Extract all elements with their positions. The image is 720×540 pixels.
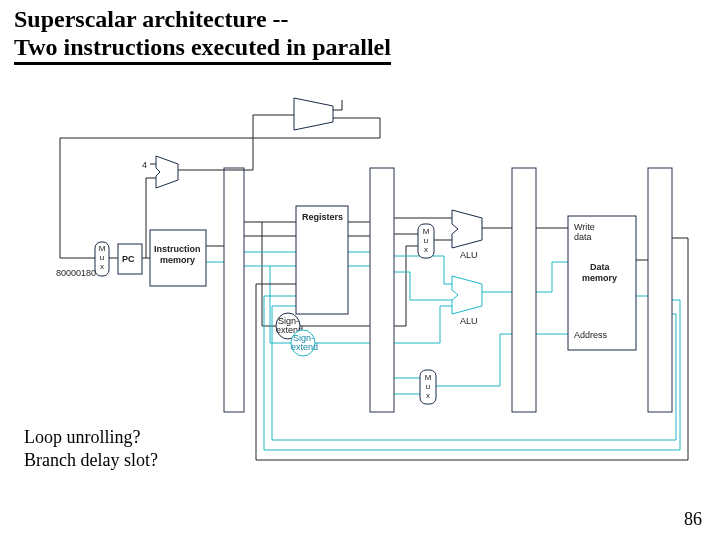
svg-text:M: M	[99, 244, 106, 253]
svg-text:memory: memory	[160, 255, 195, 265]
branch-target-mux	[294, 98, 333, 130]
sign-extend-2: Sign- extend	[291, 330, 318, 356]
svg-text:ALU: ALU	[460, 250, 478, 260]
svg-marker-7	[294, 98, 333, 130]
datapath-diagram: M u x 80000180 PC 4 Instruction memory R…	[0, 0, 720, 540]
svg-text:ALU: ALU	[460, 316, 478, 326]
svg-text:M: M	[423, 227, 430, 236]
pc-input-mux: M u x	[95, 242, 109, 276]
svg-text:u: u	[100, 253, 104, 262]
svg-text:PC: PC	[122, 254, 135, 264]
svg-text:u: u	[424, 236, 428, 245]
pipe-reg-memwb	[648, 168, 672, 412]
const-4: 4	[142, 160, 147, 170]
svg-text:x: x	[426, 391, 430, 400]
alu-2: ALU	[452, 276, 482, 326]
pipe-reg-idex	[370, 168, 394, 412]
svg-marker-23	[452, 210, 482, 248]
svg-text:x: x	[100, 262, 104, 271]
const-80000180: 80000180	[56, 268, 96, 278]
register-file: Registers	[296, 206, 348, 314]
svg-text:Instruction: Instruction	[154, 244, 201, 254]
alu1-srcb-mux: M u x	[418, 224, 434, 258]
svg-text:x: x	[424, 245, 428, 254]
svg-text:M: M	[425, 373, 432, 382]
svg-text:memory: memory	[582, 273, 617, 283]
pc-plus4-adder	[156, 156, 178, 188]
pipe-reg-exmem	[512, 168, 536, 412]
pc-register: PC	[118, 244, 142, 274]
alu-1: ALU	[452, 210, 482, 260]
svg-marker-25	[452, 276, 482, 314]
svg-text:u: u	[426, 382, 430, 391]
data-memory: Write data Data memory Address	[568, 216, 636, 350]
svg-text:Write: Write	[574, 222, 595, 232]
svg-text:data: data	[574, 232, 592, 242]
svg-marker-6	[156, 156, 178, 188]
svg-text:Registers: Registers	[302, 212, 343, 222]
addr-mux: M u x	[420, 370, 436, 404]
svg-text:Data: Data	[590, 262, 611, 272]
svg-rect-11	[296, 206, 348, 314]
instruction-memory: Instruction memory	[150, 230, 206, 286]
svg-text:Address: Address	[574, 330, 608, 340]
pipe-reg-ifid	[224, 168, 244, 412]
svg-text:extend: extend	[291, 342, 318, 352]
